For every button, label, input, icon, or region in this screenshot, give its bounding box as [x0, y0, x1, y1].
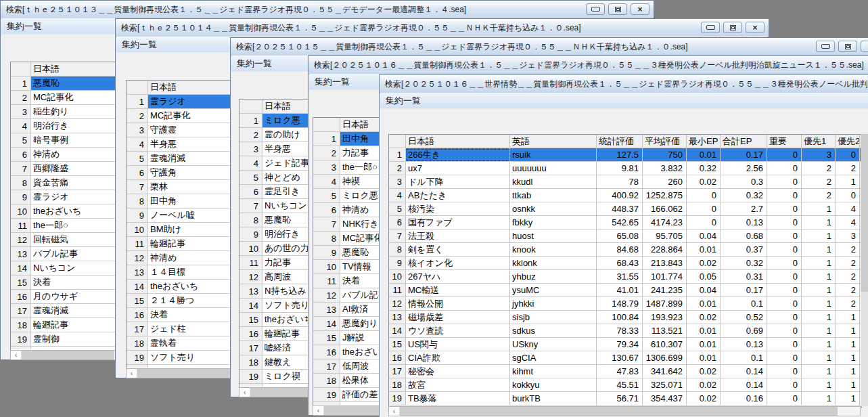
grid-cell[interactable]: sdkus [510, 324, 597, 338]
grid-cell[interactable]: 0.02 [687, 257, 721, 270]
grid-cell[interactable]: 1 [802, 243, 836, 257]
grid-cell[interactable]: 213.843 [643, 257, 687, 270]
grid-cell[interactable]: 守護霊 [148, 123, 236, 137]
maximize-button[interactable] [608, 3, 627, 15]
grid-cell[interactable]: 750 [643, 148, 687, 162]
grid-cell[interactable]: 4 [836, 202, 860, 216]
grid-cell[interactable]: ジェド柱 [148, 322, 236, 336]
grid-cell[interactable]: バブル記事 [31, 247, 119, 261]
grid-cell[interactable]: 0 [836, 148, 860, 162]
grid-cell[interactable]: １４目標 [148, 265, 236, 280]
grid-cell[interactable]: 3 [802, 148, 836, 162]
grid-cell[interactable]: 2 [802, 162, 836, 175]
table-row[interactable]: 1霊ラジオ [127, 95, 237, 109]
table-row[interactable]: 9霊ラジオ [11, 190, 120, 204]
table-row[interactable]: 19ソフト売り [127, 351, 237, 365]
grid-cell[interactable]: MC記事化 [148, 109, 236, 123]
grid-cell[interactable]: 1 [802, 351, 836, 365]
grid-cell[interactable]: 0 [767, 365, 802, 378]
grid-cell[interactable]: 月のウサギ [31, 290, 119, 304]
table-row[interactable]: 8剣を置くknook84.68228.8640.010.37012 [389, 243, 861, 257]
grid-cell[interactable]: ABたたき [406, 189, 510, 202]
grid-cell[interactable]: jyhkki [510, 297, 597, 311]
table-row[interactable]: 11輪廻記事 [127, 237, 237, 251]
grid-cell[interactable]: 0 [767, 270, 802, 284]
grid-cell[interactable]: 0.13 [721, 216, 767, 229]
grid-cell[interactable]: 0.13 [721, 338, 767, 351]
table-row[interactable]: 4半身悪 [127, 137, 237, 152]
scroll-left-button[interactable]: ‹ [11, 351, 22, 359]
grid-cell[interactable]: 1 [802, 378, 836, 392]
grid-cell[interactable]: 0.31 [721, 270, 767, 284]
table-row[interactable]: 17ジェド柱 [127, 322, 237, 336]
table-row[interactable]: 3ドル下降kkudl782600.020.3021 [389, 175, 861, 189]
grid-cell[interactable]: 79.34 [597, 338, 643, 351]
table-row[interactable]: 8資金苦痛 [11, 176, 120, 190]
titlebar[interactable]: 検索[ｔｈｅ２５１０１３＿＿質量制御再現公表１．５＿＿ジェド霊界ラジオ再現０．５… [1, 1, 654, 19]
grid-cell[interactable]: 78.33 [597, 324, 643, 338]
grid-cell[interactable]: 1 [802, 284, 836, 297]
table-row[interactable]: 9ノーベル嘘 [127, 208, 237, 223]
grid-cell[interactable]: 542.65 [597, 216, 643, 229]
grid-cell[interactable]: 稲生釣り [31, 105, 119, 119]
grid-cell[interactable]: 0 [767, 243, 802, 257]
grid-cell[interactable]: 193.923 [643, 311, 687, 324]
grid-cell[interactable]: 0.05 [687, 270, 721, 284]
grid-cell[interactable]: 0.04 [687, 229, 721, 243]
table-row[interactable]: 5霊魂消滅 [127, 152, 237, 166]
table-row[interactable]: 7西郷隆盛 [11, 162, 120, 176]
grid-cell[interactable]: 輪廻記事 [148, 237, 236, 251]
table-row[interactable]: 18霊執着 [127, 336, 237, 351]
grid-cell[interactable]: 0 [767, 175, 802, 189]
grid-cell[interactable]: 1 [802, 324, 836, 338]
grid-cell[interactable]: 0.02 [687, 392, 721, 405]
grid-cell[interactable]: US関与 [406, 338, 510, 351]
table-row[interactable]: 1266生きrsuik127.57500.010.17030 [389, 148, 861, 162]
table-row[interactable]: 12回転磁気 [11, 233, 120, 247]
grid-cell[interactable]: 明治行き [31, 119, 119, 133]
grid-cell[interactable]: 267ヤハ [406, 270, 510, 284]
grid-cell[interactable]: sgCIA [510, 351, 597, 365]
table-row[interactable]: 19TB暴落burkTB56.71354.4370.020.16011 [389, 392, 861, 405]
grid-cell[interactable]: 神清め [148, 251, 236, 265]
grid-cell[interactable]: 暗号事例 [31, 133, 119, 148]
grid-cell[interactable]: kkionk [510, 257, 597, 270]
close-button[interactable]: × [746, 22, 764, 33]
table-row[interactable]: 13１４目標 [127, 265, 237, 280]
grid-cell[interactable]: 0 [767, 202, 802, 216]
close-button[interactable]: × [631, 3, 649, 15]
table-row[interactable]: 16月のウサギ [11, 290, 120, 304]
grid-cell[interactable]: 0.32 [721, 189, 767, 202]
grid-cell[interactable]: 0.1 [721, 351, 767, 365]
grid-cell[interactable]: kkudl [510, 175, 597, 189]
grid-cell[interactable]: 1 [836, 392, 860, 405]
grid-cell[interactable]: 610.307 [643, 338, 687, 351]
grid-cell[interactable]: 0 [836, 189, 860, 202]
grid-cell[interactable]: 1 [836, 338, 860, 351]
grid-cell[interactable]: theおざいち [31, 204, 119, 219]
table-row[interactable]: 13磁場歳差sisjb100.84193.9230.020.52011 [389, 311, 861, 324]
grid-cell[interactable]: 0.14 [721, 365, 767, 378]
grid-cell[interactable]: 9.81 [597, 162, 643, 175]
scroll-left-button[interactable]: ‹ [127, 369, 137, 378]
grid-cell[interactable]: ドル下降 [406, 175, 510, 189]
grid-cell[interactable]: 448.37 [597, 202, 643, 216]
grid-cell[interactable]: 輪廻記事 [31, 318, 119, 332]
grid-cell[interactable]: 霊魂消滅 [148, 152, 236, 166]
grid-cell[interactable]: 0.01 [687, 338, 721, 351]
table-row[interactable]: 6国有ファブfbkky542.654174.2300.13014 [389, 216, 861, 229]
grid-cell[interactable]: 0 [767, 216, 802, 229]
grid-cell[interactable]: knook [510, 243, 597, 257]
grid-cell[interactable]: 31.55 [597, 270, 643, 284]
minimize-button[interactable] [816, 41, 835, 52]
grid-cell[interactable]: USkny [510, 338, 597, 351]
v-scrollbar[interactable] [861, 134, 868, 406]
grid-cell[interactable]: 56.71 [597, 392, 643, 405]
maximize-button[interactable] [838, 41, 857, 52]
grid-cell[interactable]: 半身悪 [148, 137, 236, 152]
grid-cell[interactable]: 2 [802, 189, 836, 202]
grid-cell[interactable]: 2 [836, 297, 860, 311]
grid-cell[interactable]: 0.02 [687, 365, 721, 378]
table-row[interactable]: 15決着 [11, 276, 120, 290]
grid-cell[interactable]: MC輸送 [406, 284, 510, 297]
